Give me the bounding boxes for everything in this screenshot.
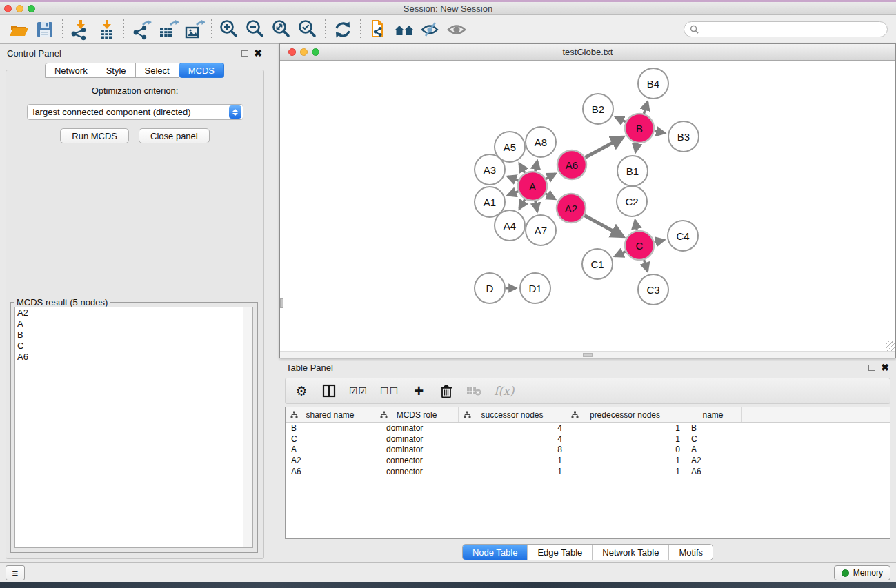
edge-B-B3[interactable] (655, 131, 665, 133)
select-all-columns-icon[interactable]: ☑☑ (349, 381, 368, 401)
float-panel-icon[interactable] (241, 50, 248, 57)
mcds-result-list[interactable]: A2ABCA6 (14, 307, 253, 548)
node-C3[interactable]: C3 (638, 274, 668, 305)
node-table[interactable]: shared nameMCDS rolesuccessor nodesprede… (285, 407, 890, 539)
edge-C-C2[interactable] (635, 221, 637, 231)
delete-columns-icon[interactable] (439, 381, 454, 401)
show-columns-icon[interactable] (321, 381, 337, 401)
close-panel-icon[interactable]: ✖ (254, 50, 262, 57)
table-cell[interactable]: 8 (459, 444, 566, 455)
delete-table-icon[interactable] (466, 381, 481, 401)
table-cell[interactable]: 4 (459, 423, 566, 434)
node-A2[interactable]: A2 (557, 194, 586, 223)
table-cell[interactable]: C (684, 434, 742, 445)
node-A6[interactable]: A6 (557, 150, 586, 179)
node-B4[interactable]: B4 (638, 68, 668, 99)
close-table-panel-icon[interactable]: ✖ (881, 364, 889, 371)
node-B[interactable]: B (625, 114, 654, 143)
table-cell[interactable]: A2 (286, 455, 375, 466)
tab-motifs[interactable]: Motifs (668, 545, 713, 560)
zoom-selected-button[interactable] (295, 18, 321, 41)
column-header-predecessor-nodes[interactable]: predecessor nodes (566, 407, 684, 422)
table-row[interactable]: A6connector11A6 (286, 466, 890, 477)
new-network-from-selection-button[interactable] (365, 18, 391, 41)
node-A4[interactable]: A4 (495, 210, 525, 241)
edge-C-C1[interactable] (615, 252, 626, 256)
vertical-scrollbar-thumb[interactable] (280, 298, 283, 308)
window-resize-grip[interactable] (886, 341, 895, 351)
import-table-button[interactable] (93, 18, 119, 41)
edge-A-A5[interactable] (519, 163, 525, 173)
float-table-panel-icon[interactable] (868, 365, 875, 371)
table-options-gear-icon[interactable]: ⚙ (294, 381, 309, 401)
tab-mcds[interactable]: MCDS (179, 63, 224, 78)
node-C2[interactable]: C2 (617, 186, 647, 216)
result-item[interactable]: A (15, 318, 252, 330)
node-A[interactable]: A (518, 172, 547, 201)
node-C1[interactable]: C1 (582, 249, 613, 279)
result-list-scrollbar[interactable] (243, 307, 252, 547)
table-cell[interactable]: A6 (684, 466, 742, 477)
memory-button[interactable]: Memory (834, 565, 890, 580)
table-cell[interactable]: A2 (684, 455, 742, 466)
column-header-shared-name[interactable]: shared name (286, 407, 375, 422)
table-cell[interactable]: A6 (286, 466, 375, 477)
table-row[interactable]: A2connector11A2 (286, 455, 890, 466)
node-A7[interactable]: A7 (526, 215, 556, 245)
close-panel-button[interactable]: Close panel (139, 128, 210, 143)
edge-A-A6[interactable] (546, 174, 555, 179)
result-item[interactable]: B (15, 330, 252, 341)
tab-node-table[interactable]: Node Table (463, 545, 528, 560)
table-cell[interactable]: B (286, 423, 375, 434)
hide-selected-button[interactable] (417, 18, 444, 41)
node-A1[interactable]: A1 (475, 187, 505, 217)
export-network-button[interactable] (128, 18, 155, 41)
tab-select[interactable]: Select (136, 63, 179, 78)
edge-C-C4[interactable] (654, 240, 664, 242)
close-network-window-button[interactable] (288, 48, 296, 56)
table-cell[interactable]: A (684, 444, 742, 455)
table-cell[interactable]: connector (375, 455, 459, 466)
node-B3[interactable]: B3 (668, 121, 699, 152)
node-B2[interactable]: B2 (583, 94, 613, 124)
task-history-button[interactable]: ≡ (6, 565, 25, 580)
import-network-button[interactable] (67, 18, 93, 41)
result-item[interactable]: A6 (15, 352, 252, 363)
run-mcds-button[interactable]: Run MCDS (60, 128, 129, 143)
table-cell[interactable]: C (286, 434, 375, 445)
edge-A-A2[interactable] (546, 194, 555, 199)
tab-style[interactable]: Style (97, 63, 136, 78)
edge-B-B4[interactable] (644, 102, 647, 114)
criterion-select[interactable]: largest connected component (directed) (27, 104, 243, 120)
table-row[interactable]: Cdominator41C (286, 434, 890, 445)
table-row[interactable]: Bdominator41B (286, 423, 890, 434)
tab-network[interactable]: Network (45, 63, 97, 78)
open-session-button[interactable] (6, 18, 32, 41)
tab-edge-table[interactable]: Edge Table (527, 545, 592, 560)
edge-B-B1[interactable] (635, 143, 637, 152)
table-cell[interactable]: 1 (459, 466, 566, 477)
result-item[interactable]: A2 (15, 307, 252, 318)
tab-network-table[interactable]: Network Table (592, 545, 668, 560)
network-canvas[interactable]: AA1A2A3A4A5A6A7A8BB1B2B3B4CC1C2C3C4DD1 (280, 61, 895, 351)
close-window-button[interactable] (4, 5, 12, 12)
zoom-out-button[interactable] (242, 18, 268, 41)
minimize-window-button[interactable] (16, 5, 23, 12)
result-item[interactable]: C (15, 341, 252, 352)
table-cell[interactable]: 4 (459, 434, 566, 445)
table-row[interactable]: Adominator80A (286, 444, 890, 455)
horizontal-scrollbar[interactable] (280, 351, 895, 358)
node-A5[interactable]: A5 (495, 132, 525, 162)
first-neighbors-button[interactable] (391, 18, 417, 41)
table-cell[interactable]: 1 (566, 434, 684, 445)
horizontal-scrollbar-thumb[interactable] (583, 353, 593, 357)
edge-A-A8[interactable] (535, 161, 537, 172)
node-D[interactable]: D (475, 273, 505, 303)
minimize-network-window-button[interactable] (300, 48, 308, 56)
node-A8[interactable]: A8 (526, 127, 556, 157)
edge-B-B2[interactable] (615, 117, 626, 122)
unselect-all-columns-icon[interactable]: ☐☐ (380, 381, 399, 401)
export-image-button[interactable] (181, 18, 207, 41)
node-C[interactable]: C (625, 231, 654, 260)
table-cell[interactable]: 1 (459, 455, 566, 466)
